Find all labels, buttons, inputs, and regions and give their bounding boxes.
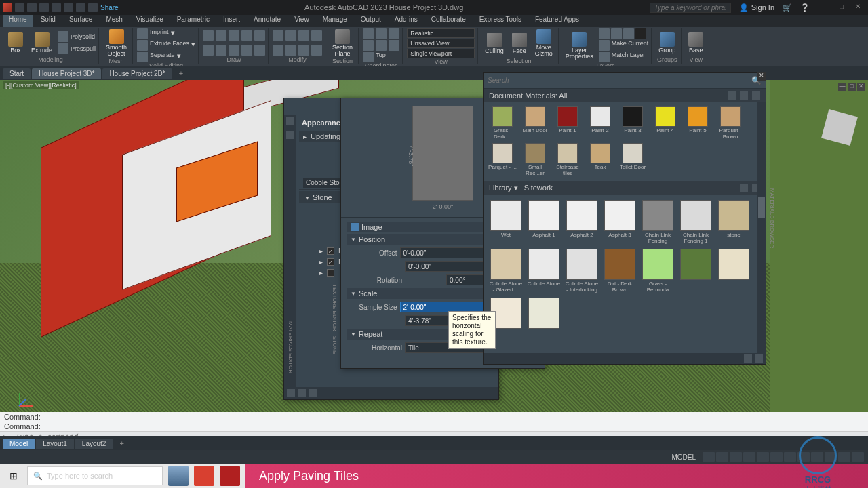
qat-new-icon[interactable]	[15, 3, 24, 12]
ribbon-tab-view[interactable]: View	[288, 15, 315, 27]
pdf-taskbar-icon[interactable]	[220, 466, 240, 486]
vp-config-drop[interactable]: Single viewport	[407, 49, 475, 58]
box-button[interactable]: Box	[5, 31, 26, 54]
library-item[interactable]: Chain Link Fencing 1	[679, 200, 713, 245]
ucs-icon[interactable]	[5, 380, 33, 407]
draw-icon[interactable]	[216, 45, 226, 56]
app-logo-icon[interactable]	[3, 3, 12, 12]
ribbon-tab-express-tools[interactable]: Express Tools	[473, 15, 528, 27]
status-icon[interactable]	[797, 452, 810, 462]
smooth-button[interactable]: Smooth Object	[103, 28, 130, 58]
modify-icon[interactable]	[273, 45, 283, 56]
layout-tab[interactable]: Model	[3, 439, 35, 449]
material-item[interactable]: Main Door	[520, 106, 550, 140]
new-layout-button[interactable]: +	[114, 438, 129, 449]
ribbon-tab-featured-apps[interactable]: Featured Apps	[529, 15, 585, 27]
ribbon-tab-manage[interactable]: Manage	[317, 15, 353, 27]
taskbar-app-icon[interactable]	[168, 466, 189, 486]
separate-button[interactable]: Separate ▾	[137, 52, 195, 62]
material-item[interactable]: Parquet - Brown	[715, 106, 745, 140]
qat-open-icon[interactable]	[27, 3, 37, 12]
status-icon[interactable]	[838, 452, 850, 462]
vp-min-icon[interactable]: —	[838, 83, 846, 91]
share-button[interactable]: Share	[100, 4, 119, 12]
library-drop[interactable]: Library	[489, 184, 512, 192]
start-button[interactable]: ⊞	[0, 464, 27, 488]
ribbon-tab-output[interactable]: Output	[355, 15, 387, 27]
status-icon[interactable]	[784, 452, 796, 462]
file-tab[interactable]: House Project 3D*	[32, 68, 101, 79]
modify-icon[interactable]	[311, 30, 322, 41]
viewport-label[interactable]: [-][Custom View][Realistic]	[3, 81, 79, 89]
status-icon[interactable]	[743, 452, 755, 462]
scrollbar[interactable]	[757, 102, 766, 353]
library-item[interactable]: Wet	[489, 200, 523, 245]
ribbon-tab-parametric[interactable]: Parametric	[171, 15, 216, 27]
footer-icon[interactable]	[755, 354, 763, 363]
status-icon[interactable]	[703, 452, 715, 462]
match-layer-btn[interactable]: Match Layer	[599, 52, 649, 62]
material-search-input[interactable]	[488, 77, 751, 84]
view-name-drop[interactable]: Unsaved View	[407, 39, 475, 48]
footer-icon[interactable]	[309, 389, 317, 397]
visual-style-drop[interactable]: Realistic	[407, 28, 475, 38]
coord-row[interactable]	[363, 28, 399, 39]
library-item[interactable]: Cobble Stone - Glazed ...	[489, 249, 523, 293]
ribbon-tab-solid[interactable]: Solid	[35, 15, 62, 27]
gizmo-button[interactable]: Move Gizmo	[532, 28, 555, 58]
library-item[interactable]: Chain Link Fencing	[641, 200, 675, 245]
ribbon-tab-surface[interactable]: Surface	[63, 15, 98, 27]
ribbon-tab-visualize[interactable]: Visualize	[130, 15, 170, 27]
footer-icon[interactable]	[287, 389, 295, 397]
library-item[interactable]: Cobble Stone - Interlocking	[565, 249, 599, 293]
collapse-icon[interactable]	[286, 117, 294, 125]
nav-top[interactable]: Top	[363, 52, 386, 62]
list-view-icon[interactable]	[740, 92, 748, 100]
status-icon[interactable]	[716, 452, 728, 462]
qat-undo-icon[interactable]	[76, 3, 85, 12]
library-item[interactable]	[679, 249, 713, 293]
vp-close-icon[interactable]: ✕	[857, 83, 865, 91]
library-item[interactable]: Grass - Bermuda	[641, 249, 675, 293]
material-item[interactable]: Small Rec...er	[520, 143, 550, 177]
layer-row[interactable]	[599, 28, 649, 39]
taskbar-search[interactable]: 🔍 Type here to search	[27, 466, 163, 485]
footer-icon[interactable]	[744, 354, 752, 363]
layout-tab[interactable]: Layout2	[75, 439, 113, 449]
ribbon-tab-home[interactable]: Home	[3, 15, 33, 27]
library-item[interactable]: Asphalt 2	[565, 200, 599, 245]
status-icon[interactable]	[770, 452, 783, 462]
viewcube[interactable]	[819, 107, 860, 148]
draw-icon[interactable]	[229, 45, 239, 56]
layer-props-button[interactable]: Layer Properties	[563, 31, 596, 60]
maximize-button[interactable]: □	[834, 3, 849, 12]
material-item[interactable]: Paint-5	[683, 106, 713, 140]
status-icon[interactable]	[811, 452, 823, 462]
section-plane-button[interactable]: Section Plane	[330, 28, 355, 58]
polysolid-button[interactable]: Polysolid	[58, 31, 96, 42]
ribbon-tab-annotate[interactable]: Annotate	[248, 15, 287, 27]
imprint-button[interactable]: Imprint ▾	[137, 28, 195, 39]
acad-taskbar-icon[interactable]	[194, 466, 214, 486]
draw-icon[interactable]	[216, 30, 226, 41]
material-item[interactable]: Grass - Dark ...	[488, 106, 517, 140]
qat-save-icon[interactable]	[39, 3, 49, 12]
make-current-btn[interactable]: Make Current	[599, 40, 649, 51]
material-item[interactable]: Parquet - ...	[488, 143, 517, 177]
draw-icon[interactable]	[241, 30, 252, 41]
grid-view-icon[interactable]	[740, 184, 748, 192]
modify-icon[interactable]	[285, 30, 296, 41]
layout-tab[interactable]: Layout1	[36, 439, 74, 449]
minimize-button[interactable]: —	[818, 3, 833, 12]
qat-plot-icon[interactable]	[64, 3, 73, 12]
ribbon-tab-mesh[interactable]: Mesh	[100, 15, 128, 27]
cart-icon[interactable]: 🛒	[783, 3, 792, 12]
extrude-faces-button[interactable]: Extrude Faces ▾	[137, 40, 195, 51]
material-item[interactable]: Toilet Door	[618, 143, 648, 177]
draw-icon[interactable]	[229, 30, 239, 41]
material-item[interactable]: Paint-2	[585, 106, 615, 140]
library-item[interactable]: Cobble Stone	[527, 249, 561, 293]
presspull-button[interactable]: Presspull	[58, 43, 96, 54]
material-item[interactable]: Paint-4	[650, 106, 680, 140]
file-tab[interactable]: Start	[3, 68, 31, 79]
